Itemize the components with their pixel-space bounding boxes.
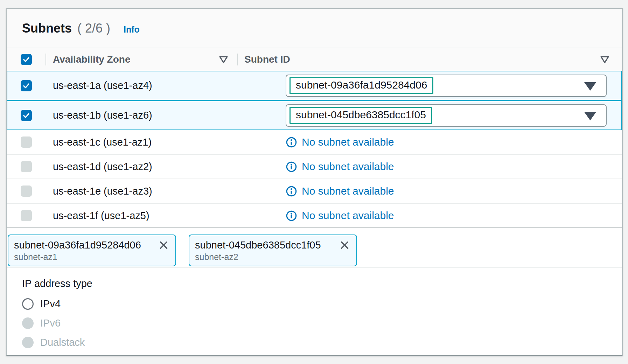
no-subnet-status: No subnet available [286,161,394,173]
close-icon [158,240,169,251]
token-subnet-name: subnet-az2 [195,252,350,262]
radio-label: IPv6 [40,317,61,329]
availability-zone-label: us-east-1e (use1-az3) [53,186,152,197]
select-all-cell [7,48,46,71]
table-header: Availability Zone Subnet ID [7,48,622,71]
radio-option-dualstack: Dualstack [22,336,622,348]
status-text: No subnet available [302,161,394,173]
availability-zone-label: us-east-1c (use1-az1) [53,136,152,148]
selected-subnet-tokens: subnet-09a36fa1d95284d06 subnet-az1 subn… [8,234,622,266]
table-row: us-east-1b (use1-az6) subnet-045dbe6385d… [7,100,622,130]
availability-zone-label: us-east-1b (use1-az6) [53,110,152,121]
row-checkbox-disabled [21,186,32,197]
info-icon [286,210,297,222]
info-link[interactable]: Info [124,24,140,35]
table-row: us-east-1f (use1-az5) No subnet availabl… [7,204,622,228]
no-subnet-status: No subnet available [286,210,394,222]
table-row: us-east-1a (use1-az4) subnet-09a36fa1d95… [7,71,622,100]
caret-down-icon [584,82,596,91]
row-checkbox-disabled [21,161,32,172]
row-checkbox-disabled [21,210,32,221]
subnet-id-select[interactable]: subnet-09a36fa1d95284d06 [286,75,607,97]
page-title: Subnets [22,21,72,36]
sort-subnet-id-button[interactable] [600,56,609,64]
radio-option-ipv4: IPv4 [22,298,622,310]
radio-label: Dualstack [40,337,85,348]
radio-option-ipv6: IPv6 [22,317,622,329]
column-label: Subnet ID [244,54,290,65]
selection-count: ( 2/6 ) [77,21,110,36]
select-all-checkbox[interactable] [21,54,32,65]
table-row: us-east-1e (use1-az3) No subnet availabl… [7,179,622,204]
token-subnet-id: subnet-09a36fa1d95284d06 [14,239,141,251]
check-icon [22,55,30,64]
check-icon [22,82,30,90]
column-label: Availability Zone [53,54,130,65]
subnet-id-select[interactable]: subnet-045dbe6385dcc1f05 [286,104,607,127]
availability-zone-label: us-east-1a (use1-az4) [53,80,152,91]
availability-zone-label: us-east-1d (use1-az2) [53,161,152,173]
column-header-availability-zone: Availability Zone [46,48,237,71]
table-row: us-east-1d (use1-az2) No subnet availabl… [7,155,622,179]
subnet-token: subnet-09a36fa1d95284d06 subnet-az1 [8,234,176,266]
remove-token-button[interactable] [339,240,350,251]
subnet-id-value: subnet-045dbe6385dcc1f05 [289,107,432,124]
remove-token-button[interactable] [158,240,169,251]
token-subnet-name: subnet-az1 [14,252,169,262]
radio-button-disabled [22,337,34,348]
check-icon [22,111,30,120]
panel-header: Subnets ( 2/6 ) Info [7,9,622,48]
no-subnet-status: No subnet available [286,136,394,148]
subnet-id-value: subnet-09a36fa1d95284d06 [289,77,433,94]
subnets-panel: Subnets ( 2/6 ) Info Availability Zone S… [6,8,623,356]
ip-address-type-label: IP address type [22,278,622,289]
info-icon [286,136,297,148]
token-subnet-id: subnet-045dbe6385dcc1f05 [195,239,321,251]
availability-zone-label: us-east-1f (use1-az5) [53,210,149,222]
sort-descending-icon [219,56,228,64]
caret-down-icon [584,112,596,120]
status-text: No subnet available [302,185,394,197]
info-icon [286,186,297,197]
row-checkbox[interactable] [21,80,32,91]
radio-label: IPv4 [40,298,61,310]
close-icon [339,240,350,251]
row-checkbox-disabled [21,136,32,148]
subnet-token: subnet-045dbe6385dcc1f05 subnet-az2 [189,234,357,266]
radio-button-disabled [22,317,34,329]
status-text: No subnet available [302,136,394,148]
info-icon [286,161,297,173]
status-text: No subnet available [302,210,394,222]
radio-button[interactable] [22,298,34,310]
sort-availability-zone-button[interactable] [219,56,228,64]
no-subnet-status: No subnet available [286,185,394,197]
ip-address-type-section: IP address type IPv4 IPv6 Dualstack [7,268,622,348]
row-checkbox[interactable] [21,110,32,121]
column-header-subnet-id: Subnet ID [237,48,622,71]
table-row: us-east-1c (use1-az1) No subnet availabl… [7,130,622,155]
sort-descending-icon [600,56,609,64]
